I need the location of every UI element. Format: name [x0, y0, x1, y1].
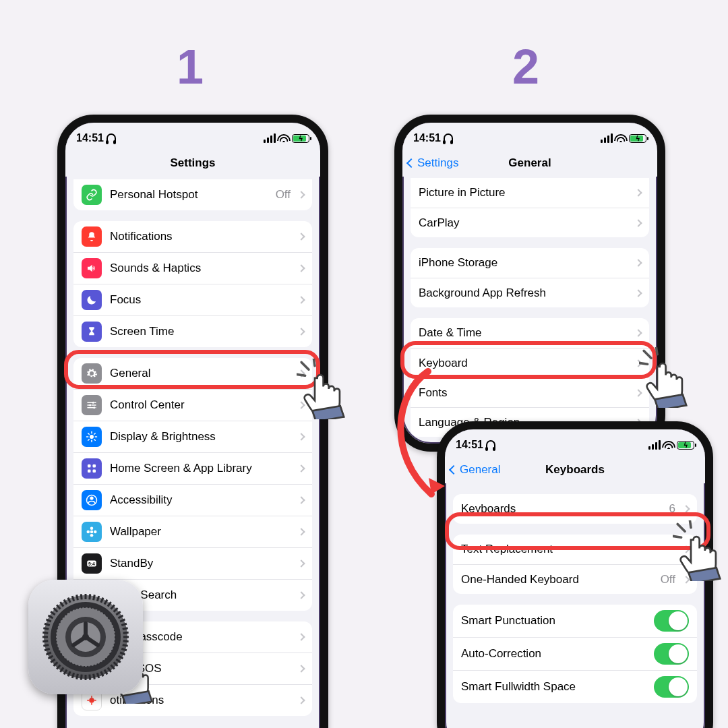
row-general[interactable]: General	[73, 358, 312, 389]
chevron-right-icon	[297, 633, 305, 640]
headphones-icon	[107, 133, 116, 143]
battery-icon: ϟ	[629, 134, 646, 143]
row-auto-correction[interactable]: Auto-Correction	[453, 637, 697, 670]
row-smart-fullwidth-space[interactable]: Smart Fullwidth Space	[453, 670, 697, 703]
row-homescreen[interactable]: Home Screen & App Library	[73, 452, 312, 484]
svg-point-18	[90, 530, 94, 534]
svg-line-78	[43, 628, 49, 630]
svg-point-21	[87, 530, 90, 534]
svg-point-1	[89, 404, 91, 406]
toggle-switch[interactable]	[654, 676, 689, 698]
back-button[interactable]: General	[450, 456, 500, 483]
wifi-icon	[615, 134, 626, 142]
row-controlcenter[interactable]: Control Center	[73, 389, 312, 421]
svg-text:9:4: 9:4	[88, 562, 95, 566]
bell-icon	[82, 226, 102, 247]
row-accessibility[interactable]: Accessibility	[73, 484, 312, 516]
row-one-handed-keyboard[interactable]: One-Handed KeyboardOff	[453, 564, 697, 594]
row-smart-punctuation[interactable]: Smart Punctuation	[453, 605, 697, 637]
row-focus[interactable]: Focus	[73, 284, 312, 315]
svg-line-77	[42, 632, 48, 633]
back-button[interactable]: Settings	[408, 150, 458, 176]
battery-icon: ϟ	[292, 134, 309, 143]
svg-line-63	[77, 674, 78, 679]
svg-line-105	[123, 632, 129, 633]
settings-app-icon[interactable]	[28, 580, 143, 694]
sun-icon	[82, 427, 102, 447]
svg-line-62	[81, 675, 82, 680]
chevron-right-icon	[297, 191, 305, 198]
svg-rect-12	[88, 464, 91, 468]
moon-icon	[82, 290, 102, 310]
navbar: Settings	[65, 150, 320, 177]
row-picture-in-picture[interactable]: Picture in Picture	[411, 178, 649, 208]
status-bar: 14:51 ϟ	[445, 429, 705, 456]
row-notifications[interactable]: Notifications	[73, 221, 312, 252]
row-sounds[interactable]: Sounds & Haptics	[73, 252, 312, 284]
chevron-right-icon	[634, 259, 642, 266]
svg-point-20	[90, 534, 94, 537]
cellular-icon	[648, 440, 661, 450]
svg-line-90	[81, 594, 82, 599]
svg-point-2	[93, 406, 95, 408]
gear-icon	[38, 590, 133, 684]
chevron-right-icon	[297, 233, 305, 240]
clock-icon: 9:4	[82, 553, 102, 574]
row-background-app-refresh[interactable]: Background App Refresh	[411, 278, 649, 307]
svg-line-89	[77, 595, 78, 600]
chevron-right-icon	[297, 401, 305, 408]
gear-icon	[82, 363, 102, 384]
chevron-right-icon	[297, 665, 305, 672]
chevron-right-icon	[297, 433, 305, 440]
chevron-right-icon	[297, 369, 305, 377]
chevron-right-icon	[634, 359, 642, 367]
svg-line-47	[123, 641, 129, 642]
svg-point-16	[90, 496, 93, 499]
svg-line-59	[94, 674, 95, 679]
svg-rect-13	[93, 464, 96, 468]
status-time: 14:51	[76, 132, 104, 144]
chevron-right-icon	[297, 296, 305, 303]
status-bar: 14:51 ϟ	[65, 123, 320, 150]
row-text-replacement[interactable]: Text Replacement	[453, 535, 697, 564]
row-standby[interactable]: 9:4StandBy	[73, 547, 312, 579]
row-wallpaper[interactable]: Wallpaper	[73, 516, 312, 547]
chevron-right-icon	[634, 189, 642, 196]
status-bar: 14:51 ϟ	[402, 123, 657, 150]
row-screentime[interactable]: Screen Time	[73, 315, 312, 347]
chevron-right-icon	[297, 591, 305, 599]
row-iphone-storage[interactable]: iPhone Storage	[411, 248, 649, 278]
row-display[interactable]: Display & Brightness	[73, 421, 312, 452]
chevron-right-icon	[297, 528, 305, 535]
step-number-2: 2	[512, 39, 539, 94]
svg-line-92	[90, 594, 90, 599]
flower-icon	[82, 522, 102, 542]
phone-general: 14:51 ϟ Settings General Picture in Pict…	[394, 115, 665, 452]
chevron-left-icon	[449, 464, 458, 474]
hourglass-icon	[82, 322, 102, 342]
page-title: Settings	[170, 156, 215, 170]
svg-point-0	[92, 402, 94, 404]
chevron-left-icon	[406, 158, 416, 167]
toggle-switch[interactable]	[654, 643, 689, 665]
toggle-switch[interactable]	[654, 610, 689, 632]
row-keyboards[interactable]: Keyboards 6	[453, 494, 697, 524]
row-carplay[interactable]: CarPlay	[411, 208, 649, 237]
svg-line-75	[42, 641, 48, 642]
row-personal-hotspot[interactable]: Personal Hotspot Off	[73, 179, 312, 210]
chevron-right-icon	[682, 505, 690, 512]
svg-line-93	[94, 595, 95, 600]
chevron-right-icon	[297, 264, 305, 272]
row-fonts[interactable]: Fonts	[411, 377, 649, 407]
svg-rect-15	[93, 470, 96, 473]
svg-line-74	[43, 645, 49, 646]
headphones-icon	[444, 133, 453, 143]
svg-line-11	[88, 439, 90, 441]
svg-line-9	[94, 439, 96, 441]
svg-point-114	[82, 634, 89, 640]
speaker-icon	[82, 258, 102, 278]
row-keyboard[interactable]: Keyboard	[411, 348, 649, 377]
svg-line-104	[123, 628, 128, 630]
page-title: Keyboards	[545, 463, 605, 477]
row-date-time[interactable]: Date & Time	[411, 318, 649, 348]
